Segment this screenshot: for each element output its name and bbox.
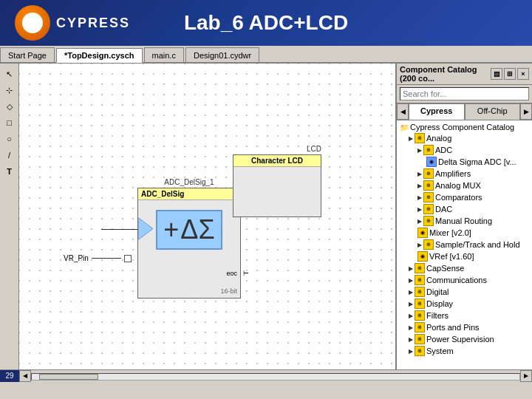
- h-scroll-track[interactable]: [31, 373, 520, 381]
- tree-capsense[interactable]: ⊕ CapSense: [397, 262, 532, 274]
- display-label: Display: [426, 299, 453, 308]
- adc-title: ADC_DelSig: [138, 188, 240, 200]
- digital-folder-icon: ⊕: [415, 287, 425, 297]
- catalog-header-buttons: ▤ ⊞ ×: [491, 68, 529, 80]
- catalog-nav-next[interactable]: ▶: [520, 103, 532, 120]
- adc-folder-icon: ⊕: [423, 145, 434, 155]
- tree-delta-sigma[interactable]: ◉ Delta Sigma ADC [v...: [397, 156, 532, 168]
- sample-folder-icon: ⊕: [423, 239, 434, 250]
- comm-folder-icon: ⊕: [415, 275, 425, 285]
- wire-tool[interactable]: ◇: [2, 99, 17, 114]
- left-toolbar: ↖ ⊹ ◇ □ ○ / T: [0, 64, 19, 369]
- adc-component[interactable]: ADC_DelSig_1 ADC_DelSig + ΔΣ eoc: [137, 178, 241, 304]
- sample-expand-icon: [417, 242, 422, 248]
- manual-folder-icon: ⊕: [423, 216, 434, 226]
- page-title: Lab_6 ADC+LCD: [184, 11, 348, 35]
- lcd-box: Character LCD: [233, 154, 321, 217]
- dac-expand-icon: [417, 206, 422, 213]
- svg-marker-0: [138, 218, 153, 240]
- tree-power-supervision[interactable]: ⊕ Power Supervision: [397, 333, 532, 345]
- tab-topdesign[interactable]: *TopDesign.cysch: [56, 48, 143, 63]
- ports-expand-icon: [409, 324, 413, 331]
- eoc-connector: ⊢: [243, 270, 249, 277]
- tree-analog[interactable]: ⊕ Analog: [397, 132, 532, 144]
- horizontal-scrollbar: 29 ◀ ▶: [0, 369, 532, 381]
- tree-adc[interactable]: ⊕ ADC: [397, 144, 532, 156]
- vr-pin-label: VR_Pin: [64, 254, 89, 262]
- capsense-label: CapSense: [426, 264, 464, 273]
- manual-label: Manual Routing: [435, 216, 492, 225]
- box-tool[interactable]: □: [2, 115, 17, 130]
- catalog-title: Component Catalog (200 co...: [400, 65, 491, 83]
- line-tool[interactable]: /: [2, 148, 17, 163]
- tabs-bar: Start Page *TopDesign.cysch main.c Desig…: [0, 46, 532, 64]
- main-layout: ↖ ⊹ ◇ □ ○ / T VR_Pin ADC_DelSig_1 ADC_De…: [0, 64, 532, 369]
- canvas-area: VR_Pin ADC_DelSig_1 ADC_DelSig +: [19, 64, 395, 369]
- logo-area: CYPRESS: [15, 5, 130, 41]
- catalog-tab-cypress[interactable]: Cypress: [409, 103, 465, 120]
- tree-amplifiers[interactable]: ⊕ Amplifiers: [397, 168, 532, 180]
- digital-label: Digital: [426, 287, 449, 296]
- digital-expand-icon: [409, 289, 413, 296]
- tree-ports-pins[interactable]: ⊕ Ports and Pins: [397, 321, 532, 333]
- circle-tool[interactable]: ○: [2, 132, 17, 146]
- tree-comparators[interactable]: ⊕ Comparators: [397, 191, 532, 203]
- catalog-nav-prev[interactable]: ◀: [397, 103, 409, 120]
- tree-vref[interactable]: ◉ VRef [v1.60]: [397, 250, 532, 262]
- comparators-expand-icon: [417, 194, 422, 201]
- lcd-title: Character LCD: [233, 155, 321, 167]
- tree-display[interactable]: ⊕ Display: [397, 298, 532, 310]
- tree-analog-mux[interactable]: ⊕ Analog MUX: [397, 180, 532, 191]
- app-header: CYPRESS Lab_6 ADC+LCD: [0, 0, 532, 46]
- catalog-header: Component Catalog (200 co... ▤ ⊞ ×: [397, 64, 532, 85]
- delta-sigma-text: ΔΣ: [180, 214, 214, 245]
- plus-sign: +: [163, 214, 179, 245]
- h-scroll-thumb[interactable]: [39, 374, 98, 380]
- capsense-folder-icon: ⊕: [415, 263, 425, 273]
- tree-manual-routing[interactable]: ⊕ Manual Routing: [397, 215, 532, 227]
- catalog-btn-3[interactable]: ×: [517, 68, 529, 80]
- tab-design01[interactable]: Design01.cydwr: [185, 47, 259, 62]
- catalog-tabs: ◀ Cypress Off-Chip ▶: [397, 103, 532, 120]
- page-number: 29: [0, 370, 19, 382]
- tree-dac[interactable]: ⊕ DAC: [397, 203, 532, 215]
- adc-name-top: ADC_DelSig_1: [137, 178, 241, 186]
- catalog-btn-1[interactable]: ▤: [491, 68, 502, 80]
- tree-filters[interactable]: ⊕ Filters: [397, 310, 532, 321]
- scroll-left-btn[interactable]: ◀: [19, 370, 31, 382]
- filters-label: Filters: [426, 311, 449, 320]
- dac-folder-icon: ⊕: [423, 204, 434, 214]
- system-folder-icon: ⊕: [415, 346, 425, 356]
- tree-system[interactable]: ⊕ System: [397, 345, 532, 357]
- capsense-expand-icon: [409, 265, 413, 272]
- tree-mixer[interactable]: ◉ Mixer [v2.0]: [397, 227, 532, 239]
- filters-expand-icon: [409, 313, 413, 319]
- select-tool[interactable]: ⊹: [2, 83, 17, 98]
- tree-digital[interactable]: ⊕ Digital: [397, 286, 532, 298]
- mux-label: Analog MUX: [435, 181, 481, 190]
- catalog-btn-2[interactable]: ⊞: [504, 68, 516, 80]
- mux-expand-icon: [417, 183, 422, 189]
- search-input[interactable]: [400, 87, 529, 100]
- catalog-root-label: Cypress Component Catalog: [410, 123, 514, 132]
- lcd-component[interactable]: LCD Character LCD: [233, 145, 321, 219]
- ports-folder-icon: ⊕: [415, 322, 425, 332]
- cursor-tool[interactable]: ↖: [2, 66, 17, 81]
- amplifiers-label: Amplifiers: [435, 169, 471, 178]
- tab-start[interactable]: Start Page: [0, 47, 55, 62]
- mux-folder-icon: ⊕: [423, 180, 434, 191]
- delta-sigma-symbol: + ΔΣ: [156, 210, 222, 250]
- vr-pin-box: [124, 255, 132, 262]
- tree-communications[interactable]: ⊕ Communications: [397, 274, 532, 286]
- lcd-display-area: [233, 167, 321, 211]
- ports-label: Ports and Pins: [426, 323, 480, 332]
- amplifiers-expand-icon: [417, 171, 422, 177]
- scroll-right-btn[interactable]: ▶: [520, 370, 532, 382]
- text-tool[interactable]: T: [2, 164, 17, 179]
- vref-icon: ◉: [417, 251, 428, 262]
- tree-sample-track[interactable]: ⊕ Sample/Track and Hold: [397, 239, 532, 250]
- catalog-tab-offchip[interactable]: Off-Chip: [465, 103, 521, 120]
- tab-mainc[interactable]: main.c: [144, 47, 184, 62]
- adc-bit-label: 16-bit: [220, 287, 237, 295]
- vr-pin: VR_Pin: [64, 254, 132, 262]
